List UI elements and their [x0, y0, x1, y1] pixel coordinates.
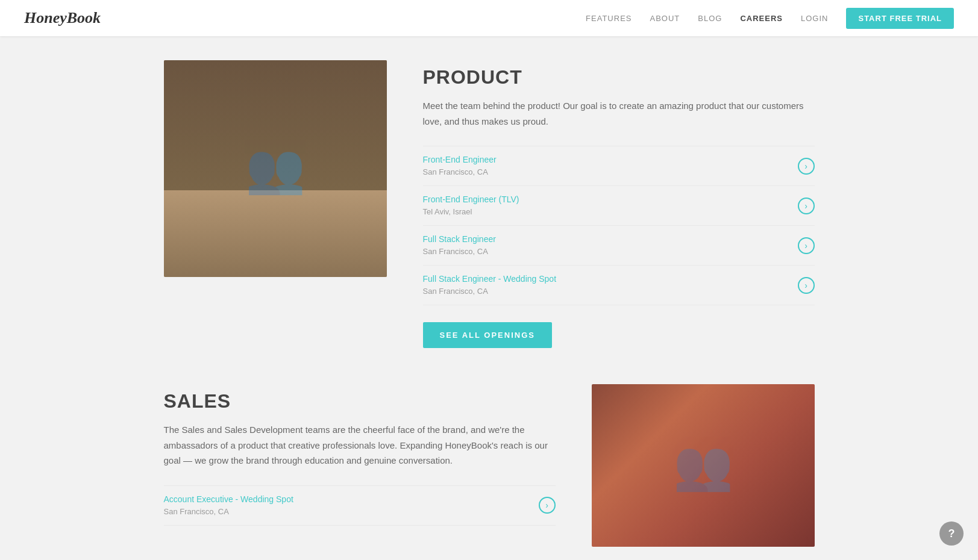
nav-link-careers[interactable]: CAREERS	[740, 14, 783, 23]
job-location-frontend-engineer-tlv: Tel Aviv, Israel	[423, 207, 472, 216]
start-free-trial-button[interactable]: START FREE TRIAL	[846, 8, 954, 29]
logo[interactable]: HoneyBook	[24, 9, 101, 27]
job-info: Front-End Engineer San Francisco, CA	[423, 155, 798, 177]
job-title-account-exec-ws[interactable]: Account Executive - Wedding Spot	[164, 494, 539, 504]
job-arrow-frontend-engineer-tlv[interactable]: ›	[798, 198, 815, 214]
navigation: HoneyBook FEATURES ABOUT BLOG CAREERS LO…	[0, 0, 978, 36]
sales-team-image	[592, 384, 815, 547]
job-arrow-account-exec-ws[interactable]: ›	[539, 497, 556, 514]
job-item: Account Executive - Wedding Spot San Fra…	[164, 485, 556, 526]
sales-info: SALES The Sales and Sales Development te…	[164, 384, 556, 543]
job-item: Front-End Engineer San Francisco, CA ›	[423, 146, 815, 186]
product-team-image	[164, 60, 387, 277]
job-item: Front-End Engineer (TLV) Tel Aviv, Israe…	[423, 186, 815, 226]
job-title-frontend-engineer-tlv[interactable]: Front-End Engineer (TLV)	[423, 194, 798, 204]
see-all-openings-button[interactable]: SEE ALL OPENINGS	[423, 322, 552, 348]
job-location-account-exec-ws: San Francisco, CA	[164, 507, 229, 516]
job-info: Full Stack Engineer - Wedding Spot San F…	[423, 274, 798, 296]
job-info: Front-End Engineer (TLV) Tel Aviv, Israe…	[423, 194, 798, 217]
nav-link-login[interactable]: LOGIN	[801, 14, 828, 23]
page-content: PRODUCT Meet the team behind the product…	[128, 36, 851, 560]
sales-job-list: Account Executive - Wedding Spot San Fra…	[164, 485, 556, 526]
job-title-full-stack-engineer[interactable]: Full Stack Engineer	[423, 234, 798, 244]
job-item: Full Stack Engineer - Wedding Spot San F…	[423, 266, 815, 305]
job-location-frontend-engineer: San Francisco, CA	[423, 167, 488, 176]
job-title-full-stack-engineer-ws[interactable]: Full Stack Engineer - Wedding Spot	[423, 274, 798, 284]
nav-link-about[interactable]: ABOUT	[650, 14, 680, 23]
sales-team-photo	[592, 384, 815, 547]
job-info: Account Executive - Wedding Spot San Fra…	[164, 494, 539, 517]
product-title: PRODUCT	[423, 66, 815, 89]
job-arrow-full-stack-engineer[interactable]: ›	[798, 237, 815, 254]
job-arrow-frontend-engineer[interactable]: ›	[798, 158, 815, 175]
job-location-full-stack-engineer-ws: San Francisco, CA	[423, 287, 488, 296]
nav-link-blog[interactable]: BLOG	[698, 14, 722, 23]
job-title-frontend-engineer[interactable]: Front-End Engineer	[423, 155, 798, 164]
help-button[interactable]: ?	[939, 521, 964, 546]
job-location-full-stack-engineer: San Francisco, CA	[423, 247, 488, 256]
product-job-list: Front-End Engineer San Francisco, CA › F…	[423, 146, 815, 305]
product-info: PRODUCT Meet the team behind the product…	[423, 60, 815, 348]
sales-description: The Sales and Sales Development teams ar…	[164, 422, 556, 468]
product-section: PRODUCT Meet the team behind the product…	[164, 60, 815, 348]
product-team-photo	[164, 60, 387, 277]
nav-link-features[interactable]: FEATURES	[586, 14, 632, 23]
job-info: Full Stack Engineer San Francisco, CA	[423, 234, 798, 257]
job-item: Full Stack Engineer San Francisco, CA ›	[423, 226, 815, 266]
product-description: Meet the team behind the product! Our go…	[423, 98, 815, 129]
sales-title: SALES	[164, 390, 556, 412]
job-arrow-full-stack-engineer-ws[interactable]: ›	[798, 277, 815, 294]
nav-links: FEATURES ABOUT BLOG CAREERS LOGIN START …	[586, 8, 954, 29]
sales-section: SALES The Sales and Sales Development te…	[164, 384, 815, 547]
